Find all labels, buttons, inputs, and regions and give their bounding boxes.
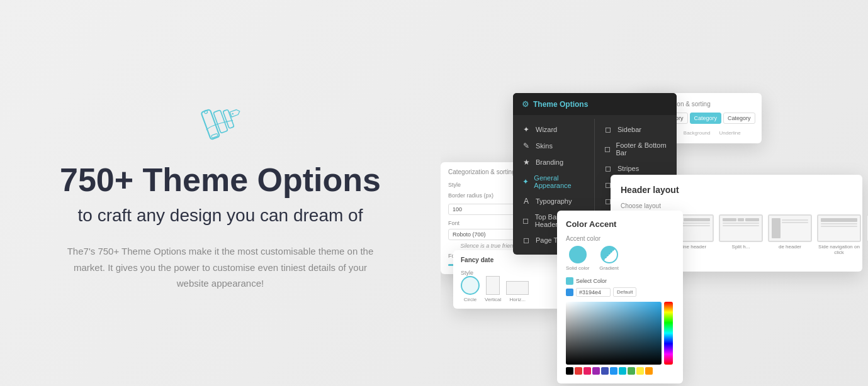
layout-thumb-4 — [817, 214, 861, 242]
wizard-icon: ✦ — [522, 125, 531, 134]
layout-item-3[interactable]: de header — [768, 214, 812, 255]
default-button[interactable]: Default — [613, 287, 636, 297]
description-text: The7's 750+ Theme Options make it the mo… — [57, 243, 384, 292]
layout-line-4a — [821, 223, 857, 224]
font-label: Font — [448, 220, 459, 226]
shape-circle — [461, 276, 480, 295]
layout-line-2a — [723, 223, 759, 224]
layout-thumb-2 — [719, 214, 763, 242]
menu-general-label: General Appearance — [534, 174, 585, 189]
stripes-icon: ◻ — [604, 164, 612, 173]
top-bar-icon: ◻ — [522, 216, 530, 225]
fancy-date-title: Fancy date — [461, 256, 556, 263]
sub-heading: to craft any design you can dream of — [78, 206, 363, 226]
gradient-circle — [600, 246, 618, 263]
swatch-0[interactable] — [566, 367, 573, 375]
left-panel: 750+ Theme Options to craft any design y… — [0, 0, 441, 386]
shape-circle-item[interactable]: Circle — [461, 276, 480, 302]
layout-line-3a — [782, 219, 808, 221]
panel-color-accent: Color Accent Accent color Solid color Gr… — [557, 211, 683, 383]
style-btn-2[interactable]: Category — [723, 113, 755, 124]
main-container: 750+ Theme Options to craft any design y… — [0, 0, 868, 386]
select-color-row: Select Color — [566, 277, 674, 285]
layout-label-2: Split h... — [732, 244, 750, 250]
menu-wizard[interactable]: ✦ Wizard — [513, 121, 594, 138]
typography-icon: A — [522, 197, 531, 206]
color-picker-container[interactable] — [566, 302, 673, 365]
shape-horiz-item[interactable]: Horiz... — [506, 276, 529, 302]
style-label-sm: Style — [448, 182, 461, 188]
gradient-item[interactable]: Gradient — [599, 246, 619, 271]
color-accent-title: Color Accent — [566, 219, 674, 229]
shape-vertical-item[interactable]: Vertical — [485, 276, 501, 302]
layout-item-2[interactable]: Split h... — [719, 214, 763, 255]
layout-inner-3 — [772, 218, 808, 238]
menu-skins[interactable]: ✎ Skins — [513, 138, 594, 154]
color-hex-input[interactable] — [576, 288, 611, 297]
shape-vertical-label: Vertical — [485, 297, 501, 302]
layout-inner-4 — [821, 218, 857, 238]
select-color-label: Select Color — [576, 278, 607, 284]
swatch-2[interactable] — [583, 367, 591, 375]
menu-typography[interactable]: A Typography — [513, 193, 594, 209]
solid-label: Solid color — [566, 265, 589, 271]
main-heading: 750+ Theme Options — [60, 162, 381, 198]
shape-rect-tall — [486, 276, 500, 295]
shape-horiz-label: Horiz... — [510, 297, 526, 302]
fancy-style-label: Style — [461, 270, 473, 276]
swatch-6[interactable] — [619, 367, 626, 375]
style-btn-1[interactable]: Category — [690, 113, 722, 124]
general-icon: ✦ — [522, 177, 529, 186]
color-hue-slider[interactable] — [664, 302, 673, 365]
layout-label-3: de header — [779, 244, 801, 250]
menu-wizard-label: Wizard — [536, 126, 557, 133]
label-underline: Underline — [719, 130, 741, 136]
svg-point-5 — [232, 113, 234, 115]
menu-footer-label: Footer & Bottom Bar — [616, 141, 668, 157]
layout-line-3b — [782, 222, 808, 223]
branding-icon: ★ — [522, 158, 531, 167]
shape-rect-wide — [506, 281, 529, 295]
menu-sidebar[interactable]: ◻ Sidebar — [595, 121, 677, 138]
current-color-swatch — [566, 289, 573, 296]
layout-label-4: Side navigation on click — [817, 244, 861, 255]
design-tools-icon — [189, 94, 252, 145]
swatch-5[interactable] — [610, 367, 617, 375]
color-swatches-row — [566, 367, 674, 375]
swatch-3[interactable] — [592, 367, 600, 375]
header-layout-title: Header layout — [621, 185, 852, 195]
layout-lines-4 — [821, 223, 857, 227]
swatch-4[interactable] — [601, 367, 609, 375]
skins-icon: ✎ — [522, 141, 531, 150]
shape-circle-label: Circle — [464, 297, 476, 302]
menu-stripes-label: Stripes — [617, 165, 639, 172]
svg-rect-2 — [223, 109, 234, 128]
shape-options: Circle Vertical Horiz... — [461, 276, 556, 302]
menu-footer[interactable]: ◻ Footer & Bottom Bar — [595, 138, 677, 160]
swatch-1[interactable] — [575, 367, 582, 375]
theme-options-title: Theme Options — [533, 100, 588, 109]
layout-bar-4 — [821, 218, 857, 222]
layout-thumb-3 — [768, 214, 812, 242]
menu-branding-label: Branding — [536, 158, 563, 166]
menu-general-appearance[interactable]: ✦ General Appearance — [513, 170, 594, 193]
solid-gradient-row: Solid color Gradient — [566, 246, 674, 271]
menu-typography-label: Typography — [536, 197, 572, 205]
menu-skins-label: Skins — [536, 142, 553, 150]
swatch-9[interactable] — [645, 367, 653, 375]
panel-fancy-date: Fancy date Style Circle Vertical Horiz..… — [453, 250, 563, 309]
layout-item-4[interactable]: Side navigation on click — [817, 214, 861, 255]
layout-inner-2 — [723, 218, 759, 238]
label-background: Background — [684, 130, 711, 136]
accent-label: Accent color — [566, 235, 674, 242]
solid-color-circle — [569, 246, 587, 263]
layout-lines-2 — [723, 223, 759, 226]
swatch-7[interactable] — [628, 367, 635, 375]
gear-icon: ⚙ — [522, 99, 529, 109]
swatch-8[interactable] — [636, 367, 644, 375]
solid-color-item[interactable]: Solid color — [566, 246, 589, 271]
layout-line-4b — [821, 226, 857, 227]
color-picker-gradient-area[interactable] — [566, 302, 662, 365]
menu-branding[interactable]: ★ Branding — [513, 154, 594, 170]
gradient-label: Gradient — [599, 265, 619, 271]
